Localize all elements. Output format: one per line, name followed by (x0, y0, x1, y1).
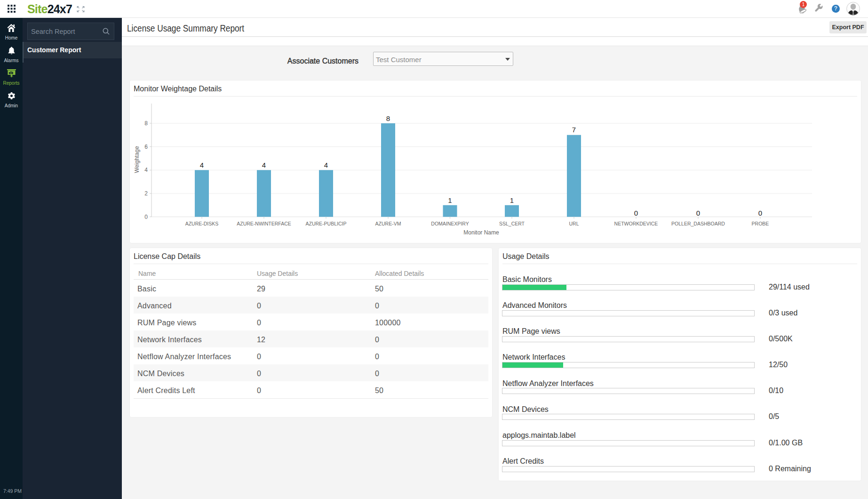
svg-text:0: 0 (144, 214, 148, 220)
svg-text:Monitor Name: Monitor Name (463, 229, 499, 236)
svg-text:AZURE-VM: AZURE-VM (375, 221, 401, 226)
svg-text:AZURE-NWINTERFACE: AZURE-NWINTERFACE (237, 221, 291, 226)
svg-text:AZURE-DISKS: AZURE-DISKS (185, 221, 219, 226)
svg-text:4: 4 (262, 161, 266, 169)
svg-text:DOMAINEXPIRY: DOMAINEXPIRY (431, 221, 469, 226)
svg-text:NETWORKDEVICE: NETWORKDEVICE (614, 221, 658, 226)
svg-text:7: 7 (572, 126, 576, 134)
svg-text:4: 4 (200, 161, 204, 169)
svg-text:4: 4 (144, 167, 148, 173)
svg-text:POLLER_DASHBOARD: POLLER_DASHBOARD (671, 221, 725, 226)
svg-text:1: 1 (448, 196, 452, 204)
svg-text:SSL_CERT: SSL_CERT (499, 221, 525, 226)
svg-text:PROBE: PROBE (752, 221, 769, 226)
svg-text:6: 6 (144, 144, 148, 150)
svg-text:URL: URL (569, 221, 579, 226)
svg-text:8: 8 (144, 120, 148, 127)
svg-text:0: 0 (634, 209, 638, 217)
svg-text:0: 0 (696, 209, 700, 217)
svg-text:4: 4 (324, 161, 328, 169)
svg-text:AZURE-PUBLICIP: AZURE-PUBLICIP (306, 221, 347, 226)
svg-text:2: 2 (144, 190, 148, 197)
svg-text:0: 0 (758, 209, 762, 217)
svg-text:1: 1 (510, 196, 514, 204)
svg-text:Weightage: Weightage (134, 146, 140, 173)
svg-text:8: 8 (386, 114, 390, 122)
